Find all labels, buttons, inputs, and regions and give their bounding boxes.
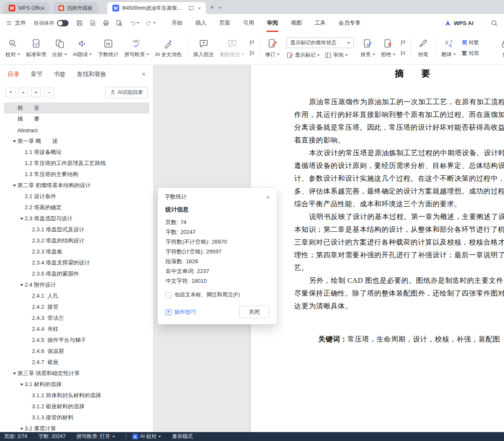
- track-changes-button[interactable]: 修订: [262, 37, 283, 60]
- print-button[interactable]: [103, 20, 109, 26]
- zoom-in-outline-button[interactable]: +: [31, 88, 41, 97]
- print-preview-button[interactable]: [116, 20, 123, 26]
- toc-item[interactable]: 3.2 厚度计算: [4, 423, 149, 432]
- toc-item[interactable]: 摘 要: [4, 114, 149, 125]
- to-simplified-button[interactable]: 繁 转简: [462, 50, 479, 57]
- chevron-down-icon[interactable]: [11, 373, 17, 375]
- next-change-button[interactable]: [400, 50, 407, 57]
- expand-all-button[interactable]: [6, 88, 15, 97]
- toc-item[interactable]: 2.3.3 塔盘板: [4, 246, 149, 257]
- word-count-button[interactable]: 12 字数统计: [95, 37, 121, 60]
- toc-item[interactable]: 第二章 初馏塔基本结构的设计: [4, 180, 149, 191]
- ai-proofread-status[interactable]: A AI 校对: [132, 433, 161, 440]
- compatibility-mode-indicator[interactable]: 兼容模式: [172, 433, 192, 440]
- sidebar-tab[interactable]: 章节: [31, 71, 43, 78]
- sidebar-tab[interactable]: 书签: [54, 71, 66, 78]
- ai-recognize-toc-button[interactable]: AI识别目录: [105, 87, 148, 98]
- document-page[interactable]: 摘 要 原油常压蒸馏作为原油加工的一次加工工艺，在原有加工流程中占作用，其运行的…: [251, 65, 504, 432]
- dialog-close-icon[interactable]: ×: [266, 194, 270, 200]
- include-footnotes-checkbox[interactable]: [166, 292, 172, 298]
- delete-comment-button[interactable]: 删除批注: [217, 37, 247, 60]
- ribbon-tab[interactable]: 会员专享: [332, 14, 367, 32]
- proofread-button[interactable]: A 校对: [3, 37, 23, 60]
- toc-item[interactable]: 3.1.1 筒体和封头材料的选择: [4, 390, 149, 401]
- markup-state-select[interactable]: 显示标记的最终状态: [286, 37, 354, 48]
- toc-item[interactable]: 3.1.3 接管的材料: [4, 412, 149, 423]
- undo-button[interactable]: [129, 20, 139, 26]
- toc-item[interactable]: 2.4.2 接管: [4, 302, 149, 313]
- standard-review-button[interactable]: 标准审查: [23, 37, 49, 60]
- toc-item[interactable]: 2.4.1 人孔: [4, 290, 149, 302]
- next-comment-button[interactable]: [249, 50, 255, 57]
- dialog-header[interactable]: 字数统计 ×: [158, 188, 277, 203]
- chevron-down-icon[interactable]: [18, 428, 25, 430]
- ribbon-tab[interactable]: 引用: [237, 14, 261, 32]
- toc-item[interactable]: Abstract: [4, 125, 149, 136]
- toc-item[interactable]: 2.3.4 塔盘支撑梁的设计: [4, 257, 149, 268]
- toc-item[interactable]: 2.3.5 塔盘的紧固件: [4, 268, 149, 279]
- chevron-down-icon[interactable]: [18, 384, 25, 386]
- toc-item[interactable]: 前 言: [4, 102, 149, 114]
- ribbon-tab[interactable]: 视图: [284, 14, 308, 32]
- new-tab-button[interactable]: +: [210, 3, 214, 11]
- ai-read-button[interactable]: AI朗读: [70, 37, 95, 60]
- toc-item[interactable]: 2.4.6 保温层: [4, 346, 149, 357]
- ribbon-tab[interactable]: 开始: [165, 14, 189, 32]
- tab-template-store[interactable]: 找稻壳模板: [53, 2, 98, 14]
- sidebar-tab[interactable]: 查找和替换: [77, 71, 106, 78]
- ribbon-tab[interactable]: 插入: [189, 14, 213, 32]
- toc-item[interactable]: 2.3.1 塔盘型式及设计: [4, 224, 149, 235]
- insert-comment-button[interactable]: 插入批注: [190, 37, 217, 60]
- reject-button[interactable]: 拒绝: [378, 37, 398, 60]
- toc-item[interactable]: 2.4.3 管法兰: [4, 313, 149, 324]
- tab-list-chevron-icon[interactable]: [218, 4, 221, 10]
- translate-button[interactable]: 文A 翻译: [438, 37, 459, 60]
- tips-link[interactable]: 操作技巧: [166, 308, 196, 316]
- to-traditional-button[interactable]: 简 转繁: [462, 39, 479, 46]
- toc-item[interactable]: 2.1 设计条件: [4, 191, 149, 202]
- accept-button[interactable]: 接受: [358, 37, 378, 60]
- toc-item[interactable]: 1.3 常压塔的主要结构: [4, 169, 149, 180]
- show-markup-button[interactable]: 显示标记: [286, 51, 320, 59]
- toc-item[interactable]: 2.4 附件设计: [4, 279, 149, 290]
- previous-comment-button[interactable]: [249, 40, 255, 46]
- review-pane-button[interactable]: 审阅: [325, 51, 348, 59]
- autosave-toggle[interactable]: [57, 20, 69, 26]
- chevron-down-icon[interactable]: [18, 284, 25, 286]
- export-pdf-button[interactable]: [89, 20, 96, 26]
- redo-button[interactable]: [146, 20, 156, 26]
- collapse-all-button[interactable]: [18, 88, 28, 97]
- close-document-tab-icon[interactable]: ×: [198, 6, 201, 11]
- zoom-out-outline-button[interactable]: −: [44, 88, 54, 97]
- chevron-down-icon[interactable]: [11, 140, 17, 142]
- sidebar-tab[interactable]: 目录: [8, 71, 20, 78]
- search-icon[interactable]: [491, 20, 498, 27]
- chevron-down-icon[interactable]: [18, 218, 25, 220]
- toc-item[interactable]: 2.2 塔高的确定: [4, 202, 149, 213]
- tab-document[interactable]: W Φ4500mm原油常压蒸馏塔机... ×: [107, 2, 206, 14]
- toc-item[interactable]: 3.1.2 裙座材料的选择: [4, 401, 149, 412]
- toc-item[interactable]: 2.3.2 塔盘的结构设计: [4, 235, 149, 246]
- spell-check-button[interactable]: ABC 拼写检查: [121, 37, 152, 60]
- close-pane-icon[interactable]: ×: [142, 71, 146, 78]
- toc-item[interactable]: 2.4.7 裙座: [4, 357, 149, 368]
- ribbon-tab[interactable]: 工具: [308, 14, 332, 32]
- toc-item[interactable]: 2.3 塔盘选型与设计: [4, 213, 149, 224]
- restrict-edit-button[interactable]: 限: [495, 37, 504, 60]
- toc-item[interactable]: 2.4.5 操作平台与梯子: [4, 335, 149, 346]
- toc-item[interactable]: 第一章 概 述: [4, 136, 149, 147]
- toc-item[interactable]: 第三章 强度和稳定性计算: [4, 368, 149, 379]
- toc-item[interactable]: 3.1 材料的选择: [4, 379, 149, 390]
- toc-item[interactable]: 1.2 常压塔的工作原理及工艺路线: [4, 158, 149, 169]
- brush-button[interactable]: 画笔: [413, 37, 433, 60]
- tab-wps-home[interactable]: W WPS Office: [3, 2, 50, 14]
- close-dialog-button[interactable]: 关闭: [239, 306, 269, 318]
- ribbon-tab[interactable]: 页面: [213, 14, 237, 32]
- previous-change-button[interactable]: [400, 40, 407, 46]
- compare-button[interactable]: 比较: [49, 37, 70, 60]
- save-button[interactable]: [76, 20, 83, 26]
- file-menu-button[interactable]: 文件: [6, 19, 26, 27]
- comment-bubble-icon[interactable]: [188, 5, 195, 11]
- toc-item[interactable]: 2.4.4 吊柱: [4, 324, 149, 335]
- wps-ai-button[interactable]: WPS AI: [444, 20, 473, 26]
